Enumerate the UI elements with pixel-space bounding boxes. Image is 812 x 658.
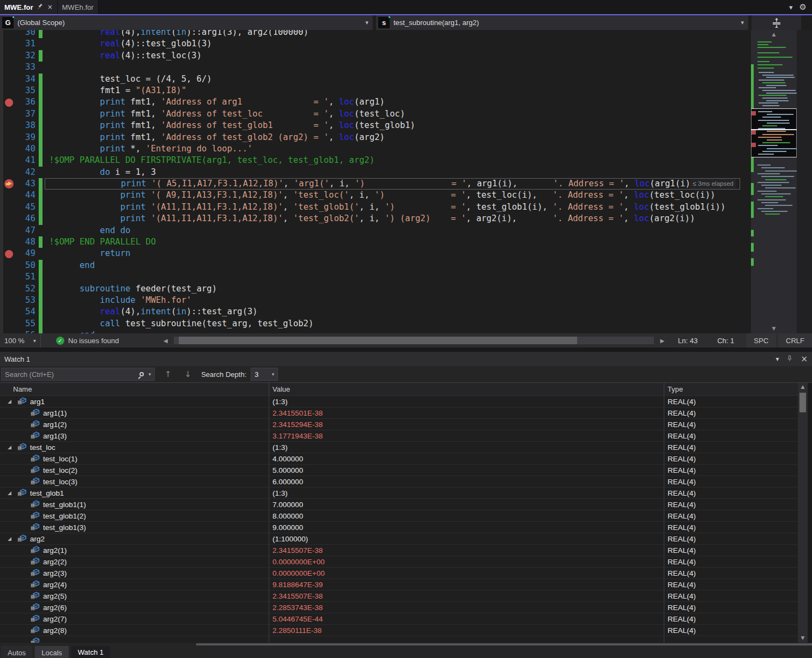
watch-row[interactable]: 1arg2(4)9.8188647E-39REAL(4)	[0, 579, 798, 590]
pin-icon[interactable]	[786, 355, 793, 363]
code-text[interactable]: real(4),intent(in)::test_arg(3)	[45, 306, 746, 318]
watch-value-cell[interactable]: 2.2853743E-38	[269, 602, 664, 613]
code-text[interactable]: print fmt1, 'Address of test_loc = ', lo…	[45, 108, 746, 120]
breakpoint-margin[interactable]	[0, 62, 14, 73]
watch-row[interactable]: 1arg2(3)0.0000000E+00REAL(4)	[0, 568, 798, 579]
code-line[interactable]: 48!$OMP END PARALLEL DO	[0, 236, 746, 248]
breakpoint-margin[interactable]	[0, 295, 14, 306]
watch-value-cell[interactable]: 5.000000	[269, 465, 664, 476]
code-line[interactable]: 39 print fmt1, 'Address of test_glob2 (a…	[0, 132, 746, 143]
expand-triangle-icon[interactable]	[8, 491, 11, 495]
breakpoint-margin[interactable]	[0, 213, 14, 224]
code-text[interactable]: fmt1 = "(A31,I8)"	[45, 85, 746, 96]
code-line[interactable]: 35 fmt1 = "(A31,I8)"	[0, 85, 746, 96]
panel-splitter[interactable]	[0, 348, 812, 352]
watch-row[interactable]: 1test_loc(1:3)REAL(4)	[0, 442, 798, 453]
code-line[interactable]: 51	[0, 271, 746, 283]
breakpoint-margin[interactable]	[0, 283, 14, 295]
code-line[interactable]: 46 print '(A11,I1,A11,F3.1,A12,I8)', 'te…	[0, 213, 746, 224]
watch-name-cell[interactable]: 1test_loc	[0, 442, 269, 453]
breakpoint-margin[interactable]	[0, 167, 14, 178]
close-icon[interactable]: ×	[801, 354, 808, 364]
code-text[interactable]: print '( A5,I1,A17,F3.1,A12,I8)', 'arg1(…	[45, 178, 740, 190]
watch-vertical-scrollbar[interactable]: ▲ ▼	[798, 383, 808, 643]
search-up-icon[interactable]: ↑	[158, 369, 178, 379]
scroll-left-icon[interactable]: ◀	[160, 338, 172, 344]
code-line[interactable]: 37 print fmt1, 'Address of test_loc = ',…	[0, 108, 746, 120]
watch-name-cell[interactable]: 1arg2(7)	[0, 613, 269, 624]
watch-name-cell[interactable]: 1test_glob1(1)	[0, 499, 269, 510]
watch-row[interactable]: 1test_glob1(3)9.000000REAL(4)	[0, 522, 798, 533]
tab-mweh-for[interactable]: MWEh.for	[58, 0, 99, 14]
watch-row[interactable]: 1arg1(3)3.1771943E-38REAL(4)	[0, 430, 798, 442]
code-line[interactable]: 34 test_loc = (/4, 5, 6/)	[0, 74, 746, 85]
scrollbar-thumb[interactable]	[196, 643, 812, 645]
watch-value-cell[interactable]: 0.0000000E+00	[269, 568, 664, 578]
pin-icon[interactable]	[37, 3, 44, 11]
code-line[interactable]: 52 subroutine feeder(test_arg)	[0, 283, 746, 295]
code-line[interactable]: 53 include 'MWEh.for'	[0, 295, 746, 306]
watch-value-cell[interactable]: 9.000000	[269, 522, 664, 533]
document-health[interactable]: ✓ No issues found	[56, 337, 160, 345]
perf-tip[interactable]: ≤ 3ms elapsed	[690, 179, 736, 189]
code-text[interactable]: print fmt1, 'Address of test_glob2 (arg2…	[45, 132, 746, 143]
watch-value-cell[interactable]: (1:3)	[269, 488, 664, 498]
watch-name-cell[interactable]: 1arg2(4)	[0, 579, 269, 590]
breakpoint-margin[interactable]	[0, 318, 14, 330]
watch-row[interactable]: 1arg2(6)2.2853743E-38REAL(4)	[0, 602, 798, 613]
watch-name-cell[interactable]: 1test_loc(2)	[0, 465, 269, 476]
watch-row[interactable]: 1arg2(1:100000)REAL(4)	[0, 533, 798, 545]
watch-row[interactable]: 1arg1(1)2.3415501E-38REAL(4)	[0, 407, 798, 419]
watch-value-cell[interactable]: 8.000000	[269, 510, 664, 521]
current-statement-arrow-icon[interactable]	[4, 179, 14, 188]
breakpoint-margin[interactable]	[0, 225, 14, 236]
watch-row[interactable]: 1test_loc(2)5.000000REAL(4)	[0, 465, 798, 476]
code-text[interactable]: include 'MWEh.for'	[45, 295, 746, 306]
scrollbar-thumb[interactable]	[179, 337, 578, 344]
code-text[interactable]: real(4)::test_loc(3)	[45, 50, 746, 62]
code-text[interactable]: real(4),intent(in)::arg1(3), arg2(100000…	[45, 30, 746, 38]
breakpoint-margin[interactable]	[0, 85, 14, 96]
code-line[interactable]: 30 real(4),intent(in)::arg1(3), arg2(100…	[0, 30, 746, 38]
code-text[interactable]: do i = 1, 3	[45, 167, 746, 178]
code-text[interactable]: print *, 'Entering do loop...'	[45, 143, 746, 155]
breakpoint-margin[interactable]	[0, 260, 14, 271]
watch-row[interactable]: 1test_loc(1)4.000000REAL(4)	[0, 453, 798, 465]
window-position-icon[interactable]: ▾	[775, 355, 779, 363]
scroll-down-icon[interactable]: ▼	[798, 635, 808, 641]
horizontal-scrollbar[interactable]	[174, 337, 655, 344]
code-text[interactable]: test_loc = (/4, 5, 6/)	[45, 74, 746, 85]
watch-value-cell[interactable]: 2.3415501E-38	[269, 407, 664, 418]
code-text[interactable]: subroutine feeder(test_arg)	[45, 283, 746, 295]
scroll-right-icon[interactable]: ▶	[656, 338, 668, 344]
watch-value-cell[interactable]: 2.3415507E-38	[269, 590, 664, 601]
search-input[interactable]: Search (Ctrl+E) ▾	[1, 368, 155, 381]
code-text[interactable]: print '(A11,I1,A11,F3.1,A12,I8)', 'test_…	[45, 213, 746, 224]
code-text[interactable]: print '(A11,I1,A11,F3.1,A12,I8)', 'test_…	[45, 202, 746, 213]
code-text[interactable]: print fmt1, 'Address of arg1 = ', loc(ar…	[45, 96, 746, 108]
code-line[interactable]: 36 print fmt1, 'Address of arg1 = ', loc…	[0, 96, 746, 108]
zoom-dropdown[interactable]: 100 % ▾	[0, 333, 41, 348]
watch-name-cell[interactable]: 1test_glob1(3)	[0, 522, 269, 533]
watch-value-cell[interactable]: (1:3)	[269, 396, 664, 407]
close-icon[interactable]: ×	[47, 4, 53, 10]
scroll-up-icon[interactable]: ▲	[798, 384, 808, 389]
chevron-down-icon[interactable]: ▾	[148, 371, 151, 377]
code-text[interactable]: return	[45, 248, 746, 259]
code-line[interactable]: 43 print '( A5,I1,A17,F3.1,A12,I8)', 'ar…	[0, 178, 746, 190]
watch-row[interactable]: 1arg2(1)2.3415507E-38REAL(4)	[0, 545, 798, 556]
code-line[interactable]: 41!$OMP PARALLEL DO FIRSTPRIVATE(arg1, t…	[0, 155, 746, 166]
expand-triangle-icon[interactable]	[8, 400, 11, 404]
code-line[interactable]: 31 real(4)::test_glob1(3)	[0, 38, 746, 50]
column-header-type[interactable]: Type	[664, 383, 798, 395]
breakpoint-margin[interactable]	[0, 74, 14, 85]
watch-name-cell[interactable]: 1arg1(3)	[0, 430, 269, 441]
breakpoint-margin[interactable]	[0, 38, 14, 50]
eol-toggle[interactable]: CRLF	[778, 333, 812, 348]
code-line[interactable]: 50 end	[0, 260, 746, 271]
watch-row[interactable]: 1arg2(8)2.2850111E-38REAL(4)	[0, 625, 798, 636]
breakpoint-margin[interactable]	[0, 178, 14, 190]
watch-value-cell[interactable]: 3.1771943E-38	[269, 430, 664, 441]
breakpoint-margin[interactable]	[0, 202, 14, 213]
watch-row[interactable]: 1test_loc(3)6.000000REAL(4)	[0, 476, 798, 488]
